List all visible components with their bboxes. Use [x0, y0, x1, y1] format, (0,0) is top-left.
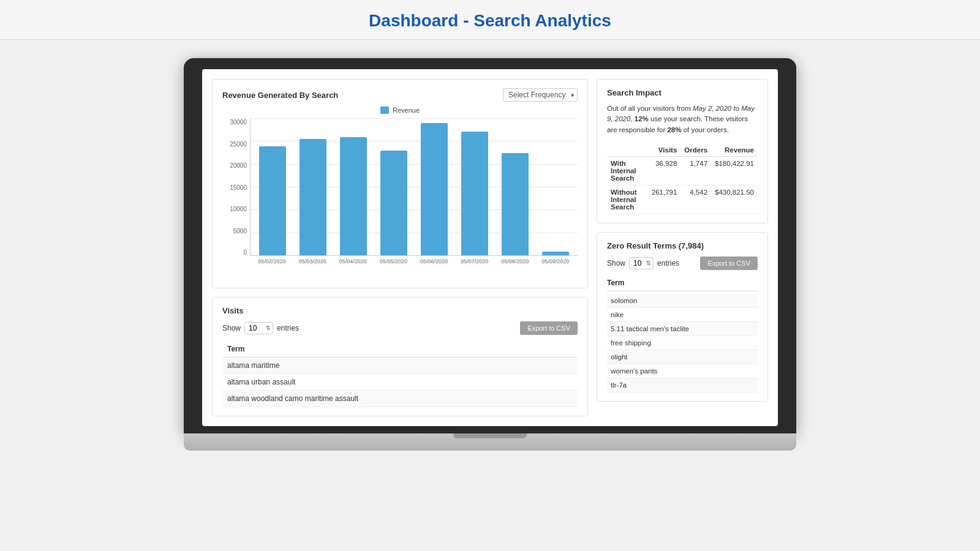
x-label: 05/08/2020 [498, 258, 532, 264]
impact-col-revenue: Revenue [711, 144, 758, 157]
visits-table: Term altama maritimealtama urban assault… [222, 341, 578, 407]
entries-label: entries [277, 324, 299, 332]
list-item: free shipping [607, 336, 758, 350]
table-row: Without Internal Search261,7914,542$430,… [607, 185, 758, 214]
x-label: 05/04/2020 [336, 258, 370, 264]
bar [421, 123, 448, 255]
zero-entries-wrapper[interactable]: 10 25 50 [629, 257, 654, 269]
zero-entries-label: entries [657, 259, 679, 268]
table-row: With Internal Search36,9281,747$180,422.… [607, 156, 758, 185]
bar-group [377, 119, 411, 255]
zero-export-button[interactable]: Export to CSV [700, 257, 758, 270]
list-item: women's pants [607, 364, 758, 378]
y-label: 30000 [222, 119, 247, 126]
bar [259, 146, 286, 255]
visits-col-term: Term [222, 341, 578, 358]
zero-show-label: Show [607, 259, 625, 268]
select-frequency-wrapper[interactable]: Select Frequency Daily Weekly Monthly [503, 88, 578, 102]
show-entries-wrapper[interactable]: 10 25 50 100 [244, 322, 273, 334]
laptop-bezel: Revenue Generated By Search Select Frequ… [184, 58, 796, 433]
table-row: altama maritime [222, 358, 578, 374]
table-row: altama urban assault [222, 374, 578, 391]
chart-title: Revenue Generated By Search [222, 91, 338, 100]
bar-group [417, 119, 451, 255]
y-label: 0 [222, 249, 247, 256]
list-item: 5.11 tactical men's taclite [607, 322, 758, 336]
visits-section: Visits Show 10 25 50 100 [212, 297, 588, 416]
y-label: 15000 [222, 184, 247, 191]
bar [461, 132, 488, 255]
zero-result-section: Zero Result Terms (7,984) Show 10 25 50 [597, 232, 768, 402]
bar-group [458, 119, 492, 255]
laptop-frame: Revenue Generated By Search Select Frequ… [184, 58, 796, 451]
chart-legend: Revenue [222, 107, 578, 114]
zero-result-controls: Show 10 25 50 entries E [607, 257, 758, 270]
list-item: nike [607, 308, 758, 322]
visits-export-button[interactable]: Export to CSV [520, 321, 578, 335]
bar [300, 139, 326, 255]
y-label: 25000 [222, 141, 247, 148]
bar-group [498, 119, 532, 255]
list-item: solomon [607, 294, 758, 308]
laptop-screen: Revenue Generated By Search Select Frequ… [202, 69, 778, 426]
show-entries-select[interactable]: 10 25 50 100 [244, 322, 273, 334]
zero-result-title: Zero Result Terms (7,984) [607, 241, 758, 250]
legend-color [380, 107, 389, 114]
visits-title: Visits [222, 306, 578, 315]
page-title: Dashboard - Search Analytics [0, 11, 980, 31]
left-panel: Revenue Generated By Search Select Frequ… [212, 79, 588, 416]
table-row: altama woodland camo maritime assault [222, 391, 578, 407]
impact-col-orders: Orders [680, 144, 711, 157]
y-axis: 050001000015000200002500030000 [222, 119, 247, 256]
show-entries-control: Show 10 25 50 100 entries [222, 322, 299, 334]
bar [340, 137, 367, 255]
y-label: 20000 [222, 162, 247, 169]
laptop-base [184, 433, 796, 451]
y-label: 5000 [222, 228, 247, 234]
list-item: olight [607, 350, 758, 364]
impact-description: Out of all your visitors from May 2, 202… [607, 103, 758, 135]
search-impact-title: Search Impact [607, 88, 758, 97]
impact-col-label [607, 144, 648, 157]
x-label: 05/06/2020 [417, 258, 451, 264]
zero-entries-select[interactable]: 10 25 50 [629, 257, 654, 269]
search-impact-section: Search Impact Out of all your visitors f… [597, 79, 768, 223]
x-label: 05/03/2020 [295, 258, 330, 264]
x-label: 05/07/2020 [458, 258, 492, 264]
bar-group [255, 119, 290, 255]
bar-group [336, 119, 371, 255]
bar-chart: 050001000015000200002500030000 05/02/202… [222, 119, 578, 278]
x-label: 05/09/2020 [538, 258, 573, 264]
bar [380, 151, 407, 255]
show-label: Show [222, 324, 241, 332]
x-label: 05/02/2020 [255, 258, 289, 264]
bar [502, 153, 529, 255]
impact-col-visits: Visits [648, 144, 681, 157]
x-axis: 05/02/202005/03/202005/04/202005/05/2020… [250, 256, 578, 278]
zero-term-list: solomonnike5.11 tactical men's taclitefr… [607, 294, 758, 392]
zero-col-term: Term [607, 276, 758, 291]
bar [542, 252, 569, 255]
bar-group [538, 119, 573, 255]
impact-table: Visits Orders Revenue With Internal Sear… [607, 144, 758, 214]
chart-area [250, 119, 578, 256]
dashboard-content: Revenue Generated By Search Select Frequ… [202, 69, 778, 426]
x-label: 05/05/2020 [376, 258, 410, 264]
visits-table-controls: Show 10 25 50 100 entries [222, 321, 578, 335]
y-label: 10000 [222, 206, 247, 212]
zero-show-entries: Show 10 25 50 entries [607, 257, 679, 269]
page-header: Dashboard - Search Analytics [0, 0, 980, 40]
legend-label: Revenue [393, 107, 420, 114]
select-frequency-dropdown[interactable]: Select Frequency Daily Weekly Monthly [503, 88, 578, 102]
chart-header: Revenue Generated By Search Select Frequ… [222, 88, 578, 102]
chart-section: Revenue Generated By Search Select Frequ… [212, 79, 588, 288]
list-item: tlr-7a [607, 378, 758, 392]
right-panel: Search Impact Out of all your visitors f… [597, 79, 768, 416]
bar-group [296, 119, 330, 255]
